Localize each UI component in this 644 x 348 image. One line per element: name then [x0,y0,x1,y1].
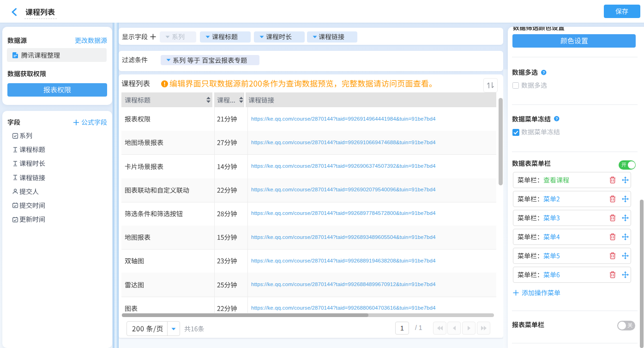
svg-text:?: ? [555,117,558,121]
svg-text:?: ? [542,70,545,74]
